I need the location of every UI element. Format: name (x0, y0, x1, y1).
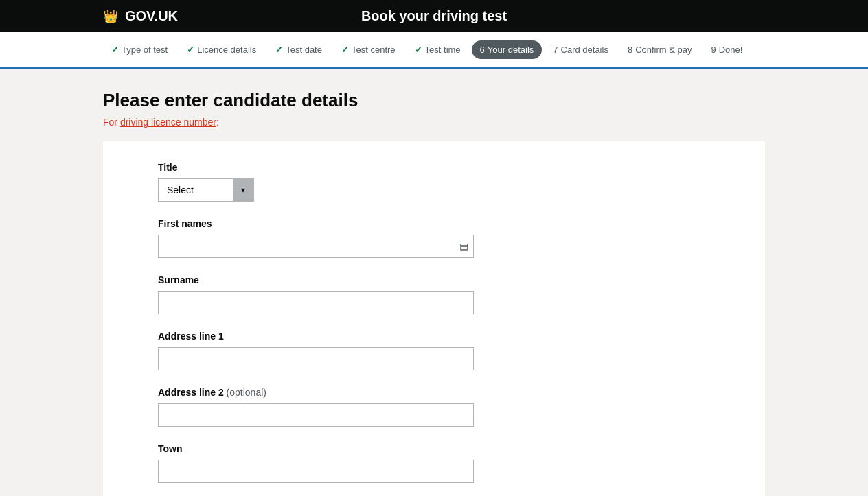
step-label: Confirm & pay (635, 45, 692, 55)
address-line-1-label: Address line 1 (158, 331, 710, 342)
step-number: 7 (553, 45, 558, 55)
check-icon: ✓ (341, 45, 349, 55)
chevron-down-icon: ▾ (241, 185, 245, 195)
surname-group: Surname (158, 274, 710, 314)
step-test-time[interactable]: ✓ Test time (407, 40, 469, 59)
progress-nav: ✓ Type of test ✓ Licence details ✓ Test … (0, 32, 868, 69)
check-icon: ✓ (187, 45, 194, 55)
title-select-wrapper[interactable]: Select ▾ (158, 178, 254, 202)
step-label: Test centre (352, 45, 396, 55)
town-label: Town (158, 443, 710, 454)
step-test-date[interactable]: ✓ Test date (267, 40, 330, 59)
step-label: Licence details (197, 45, 256, 55)
header: 👑 GOV.UK Book your driving test (0, 0, 868, 32)
step-type-of-test[interactable]: ✓ Type of test (103, 40, 176, 59)
first-names-input[interactable] (158, 235, 474, 258)
optional-tag: (optional) (227, 387, 266, 398)
step-test-centre[interactable]: ✓ Test centre (333, 40, 404, 59)
step-label: Test time (425, 45, 461, 55)
step-card-details[interactable]: 7 Card details (545, 40, 617, 59)
step-confirm-pay[interactable]: 8 Confirm & pay (619, 40, 700, 59)
town-input[interactable] (158, 460, 474, 483)
first-names-group: First names ▤ (158, 218, 710, 258)
step-label: Test date (286, 45, 322, 55)
town-group: Town (158, 443, 710, 483)
licence-info: For driving licence number: (103, 117, 765, 128)
first-names-input-wrapper: ▤ (158, 235, 474, 258)
title-group: Title Select ▾ (158, 162, 710, 202)
page-title: Please enter candidate details (103, 90, 765, 111)
title-dropdown-button[interactable]: ▾ (233, 179, 253, 201)
address-line-1-input[interactable] (158, 347, 474, 370)
step-label: Your details (488, 45, 534, 55)
step-number: 9 (711, 45, 716, 55)
address-line-1-group: Address line 1 (158, 331, 710, 370)
page-header-title: Book your driving test (361, 8, 507, 24)
main-content: Please enter candidate details For drivi… (0, 69, 868, 496)
step-label: Type of test (122, 45, 168, 55)
address-line-2-group: Address line 2 (optional) (158, 387, 710, 427)
step-label: Done! (719, 45, 743, 55)
surname-label: Surname (158, 274, 710, 285)
candidate-form: Title Select ▾ First names ▤ Surname Add… (103, 141, 765, 496)
step-done[interactable]: 9 Done! (703, 40, 751, 59)
first-names-label: First names (158, 218, 710, 229)
step-number: 8 (628, 45, 632, 55)
licence-label-text: For driving licence number: (103, 117, 219, 128)
step-number: 6 (480, 45, 485, 55)
step-licence-details[interactable]: ✓ Licence details (179, 40, 264, 59)
check-icon: ✓ (415, 45, 422, 55)
crown-icon: 👑 (103, 9, 118, 24)
check-icon: ✓ (111, 45, 119, 55)
check-icon: ✓ (275, 45, 283, 55)
surname-input[interactable] (158, 291, 474, 314)
step-label: Card details (561, 45, 608, 55)
logo-text: GOV.UK (125, 8, 178, 24)
gov-uk-logo[interactable]: 👑 GOV.UK (103, 8, 178, 24)
address-line-2-input[interactable] (158, 403, 474, 427)
title-select-text: Select (159, 179, 233, 201)
title-label: Title (158, 162, 710, 173)
address-line-2-label: Address line 2 (optional) (158, 387, 710, 398)
progress-steps: ✓ Type of test ✓ Licence details ✓ Test … (103, 40, 765, 59)
step-your-details[interactable]: 6 Your details (472, 40, 542, 59)
text-field-icon: ▤ (459, 241, 468, 252)
